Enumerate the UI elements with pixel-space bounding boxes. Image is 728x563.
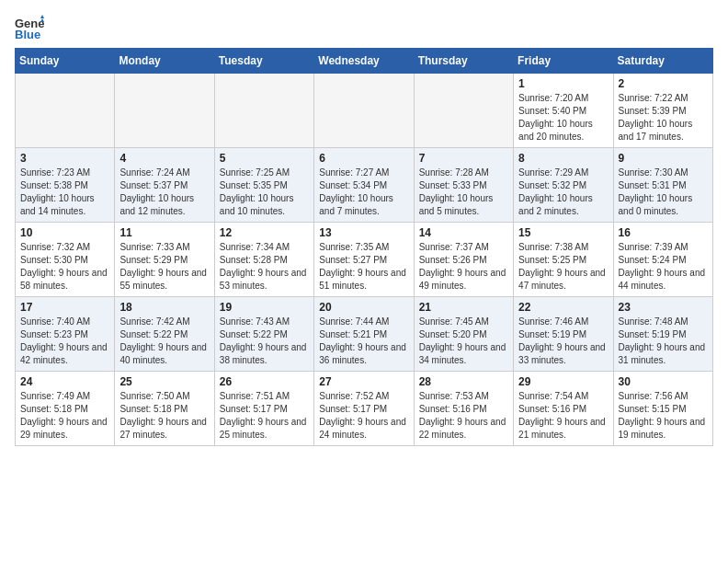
day-number: 23: [619, 301, 708, 314]
calendar-cell: 24Sunrise: 7:49 AM Sunset: 5:18 PM Dayli…: [16, 372, 115, 446]
calendar-cell: 22Sunrise: 7:46 AM Sunset: 5:19 PM Dayli…: [514, 297, 613, 372]
calendar-cell: 23Sunrise: 7:48 AM Sunset: 5:19 PM Dayli…: [613, 297, 712, 372]
day-number: 16: [619, 226, 708, 239]
day-number: 19: [220, 301, 309, 314]
day-number: 27: [319, 375, 408, 388]
day-number: 15: [518, 226, 608, 239]
day-number: 28: [419, 375, 508, 388]
day-number: 20: [319, 301, 408, 314]
day-info: Sunrise: 7:48 AM Sunset: 5:19 PM Dayligh…: [619, 316, 708, 367]
calendar-week-3: 10Sunrise: 7:32 AM Sunset: 5:30 PM Dayli…: [16, 223, 713, 297]
calendar-cell: 1Sunrise: 7:20 AM Sunset: 5:40 PM Daylig…: [514, 74, 613, 148]
day-info: Sunrise: 7:35 AM Sunset: 5:27 PM Dayligh…: [319, 241, 408, 293]
day-info: Sunrise: 7:49 AM Sunset: 5:18 PM Dayligh…: [20, 390, 109, 442]
day-number: 4: [119, 152, 209, 165]
day-info: Sunrise: 7:39 AM Sunset: 5:24 PM Dayligh…: [619, 241, 708, 293]
calendar-cell: 11Sunrise: 7:33 AM Sunset: 5:29 PM Dayli…: [115, 223, 214, 297]
day-number: 11: [119, 226, 209, 239]
weekday-header-friday: Friday: [514, 49, 613, 74]
day-info: Sunrise: 7:25 AM Sunset: 5:35 PM Dayligh…: [220, 167, 309, 218]
calendar-cell: 10Sunrise: 7:32 AM Sunset: 5:30 PM Dayli…: [16, 223, 115, 297]
day-info: Sunrise: 7:46 AM Sunset: 5:19 PM Dayligh…: [518, 316, 608, 367]
calendar-cell: [314, 74, 414, 148]
day-info: Sunrise: 7:56 AM Sunset: 5:15 PM Dayligh…: [619, 390, 708, 442]
calendar-cell: 30Sunrise: 7:56 AM Sunset: 5:15 PM Dayli…: [613, 372, 712, 446]
page-header: General Blue: [15, 15, 713, 40]
day-info: Sunrise: 7:42 AM Sunset: 5:22 PM Dayligh…: [119, 316, 209, 367]
day-info: Sunrise: 7:30 AM Sunset: 5:31 PM Dayligh…: [619, 167, 708, 218]
day-info: Sunrise: 7:43 AM Sunset: 5:22 PM Dayligh…: [220, 316, 309, 367]
calendar-table: SundayMondayTuesdayWednesdayThursdayFrid…: [15, 48, 713, 446]
day-number: 3: [20, 152, 109, 165]
weekday-header-sunday: Sunday: [16, 49, 115, 74]
calendar-cell: 21Sunrise: 7:45 AM Sunset: 5:20 PM Dayli…: [414, 297, 513, 372]
calendar-cell: 27Sunrise: 7:52 AM Sunset: 5:17 PM Dayli…: [314, 372, 414, 446]
day-number: 30: [619, 375, 708, 388]
day-number: 10: [20, 226, 109, 239]
calendar-cell: 17Sunrise: 7:40 AM Sunset: 5:23 PM Dayli…: [16, 297, 115, 372]
calendar-cell: [115, 74, 214, 148]
calendar-cell: 13Sunrise: 7:35 AM Sunset: 5:27 PM Dayli…: [314, 223, 414, 297]
day-number: 29: [518, 375, 608, 388]
day-info: Sunrise: 7:44 AM Sunset: 5:21 PM Dayligh…: [319, 316, 408, 367]
calendar-week-1: 1Sunrise: 7:20 AM Sunset: 5:40 PM Daylig…: [16, 74, 713, 148]
day-number: 5: [220, 152, 309, 165]
day-info: Sunrise: 7:37 AM Sunset: 5:26 PM Dayligh…: [419, 241, 508, 293]
calendar-cell: [414, 74, 513, 148]
day-info: Sunrise: 7:28 AM Sunset: 5:33 PM Dayligh…: [419, 167, 508, 218]
day-number: 1: [518, 77, 608, 90]
day-info: Sunrise: 7:50 AM Sunset: 5:18 PM Dayligh…: [119, 390, 209, 442]
day-info: Sunrise: 7:54 AM Sunset: 5:16 PM Dayligh…: [518, 390, 608, 442]
day-info: Sunrise: 7:52 AM Sunset: 5:17 PM Dayligh…: [319, 390, 408, 442]
calendar-cell: 29Sunrise: 7:54 AM Sunset: 5:16 PM Dayli…: [514, 372, 613, 446]
day-number: 12: [220, 226, 309, 239]
day-number: 26: [220, 375, 309, 388]
weekday-header-wednesday: Wednesday: [314, 49, 414, 74]
day-info: Sunrise: 7:40 AM Sunset: 5:23 PM Dayligh…: [20, 316, 109, 367]
calendar-cell: 25Sunrise: 7:50 AM Sunset: 5:18 PM Dayli…: [115, 372, 214, 446]
weekday-header-monday: Monday: [115, 49, 214, 74]
day-number: 25: [119, 375, 209, 388]
day-number: 17: [20, 301, 109, 314]
calendar-week-5: 24Sunrise: 7:49 AM Sunset: 5:18 PM Dayli…: [16, 372, 713, 446]
day-info: Sunrise: 7:20 AM Sunset: 5:40 PM Dayligh…: [518, 92, 608, 144]
day-info: Sunrise: 7:23 AM Sunset: 5:38 PM Dayligh…: [20, 167, 109, 218]
day-number: 13: [319, 226, 408, 239]
day-number: 9: [619, 152, 708, 165]
weekday-header-thursday: Thursday: [414, 49, 513, 74]
calendar-cell: 3Sunrise: 7:23 AM Sunset: 5:38 PM Daylig…: [16, 148, 115, 223]
day-info: Sunrise: 7:22 AM Sunset: 5:39 PM Dayligh…: [619, 92, 708, 144]
calendar-cell: [214, 74, 313, 148]
calendar-cell: 28Sunrise: 7:53 AM Sunset: 5:16 PM Dayli…: [414, 372, 513, 446]
day-number: 7: [419, 152, 508, 165]
calendar-week-2: 3Sunrise: 7:23 AM Sunset: 5:38 PM Daylig…: [16, 148, 713, 223]
logo: General Blue: [15, 15, 44, 40]
day-info: Sunrise: 7:51 AM Sunset: 5:17 PM Dayligh…: [220, 390, 309, 442]
day-info: Sunrise: 7:24 AM Sunset: 5:37 PM Dayligh…: [119, 167, 209, 218]
calendar-cell: 16Sunrise: 7:39 AM Sunset: 5:24 PM Dayli…: [613, 223, 712, 297]
calendar-cell: 20Sunrise: 7:44 AM Sunset: 5:21 PM Dayli…: [314, 297, 414, 372]
day-info: Sunrise: 7:29 AM Sunset: 5:32 PM Dayligh…: [518, 167, 608, 218]
calendar-cell: 14Sunrise: 7:37 AM Sunset: 5:26 PM Dayli…: [414, 223, 513, 297]
calendar-cell: 12Sunrise: 7:34 AM Sunset: 5:28 PM Dayli…: [214, 223, 313, 297]
day-info: Sunrise: 7:27 AM Sunset: 5:34 PM Dayligh…: [319, 167, 408, 218]
calendar-cell: 2Sunrise: 7:22 AM Sunset: 5:39 PM Daylig…: [613, 74, 712, 148]
calendar-cell: 15Sunrise: 7:38 AM Sunset: 5:25 PM Dayli…: [514, 223, 613, 297]
day-number: 24: [20, 375, 109, 388]
day-number: 22: [518, 301, 608, 314]
weekday-header-tuesday: Tuesday: [214, 49, 313, 74]
calendar-week-4: 17Sunrise: 7:40 AM Sunset: 5:23 PM Dayli…: [16, 297, 713, 372]
day-info: Sunrise: 7:33 AM Sunset: 5:29 PM Dayligh…: [119, 241, 209, 293]
day-number: 8: [518, 152, 608, 165]
day-info: Sunrise: 7:45 AM Sunset: 5:20 PM Dayligh…: [419, 316, 508, 367]
day-info: Sunrise: 7:34 AM Sunset: 5:28 PM Dayligh…: [220, 241, 309, 293]
day-number: 21: [419, 301, 508, 314]
day-info: Sunrise: 7:38 AM Sunset: 5:25 PM Dayligh…: [518, 241, 608, 293]
svg-text:Blue: Blue: [15, 28, 40, 40]
day-number: 14: [419, 226, 508, 239]
day-info: Sunrise: 7:32 AM Sunset: 5:30 PM Dayligh…: [20, 241, 109, 293]
calendar-cell: 19Sunrise: 7:43 AM Sunset: 5:22 PM Dayli…: [214, 297, 313, 372]
calendar-cell: 18Sunrise: 7:42 AM Sunset: 5:22 PM Dayli…: [115, 297, 214, 372]
logo-icon: General Blue: [15, 15, 44, 40]
calendar-cell: 9Sunrise: 7:30 AM Sunset: 5:31 PM Daylig…: [613, 148, 712, 223]
